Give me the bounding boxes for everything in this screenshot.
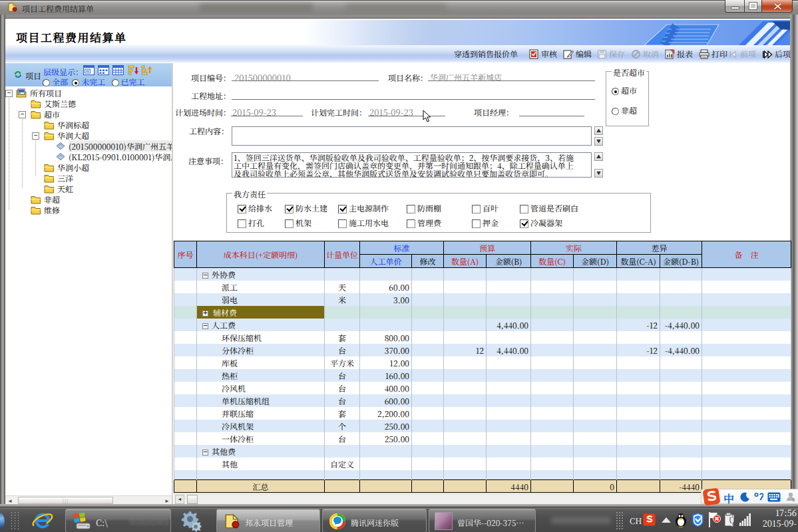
svg-text:S: S xyxy=(792,497,795,502)
